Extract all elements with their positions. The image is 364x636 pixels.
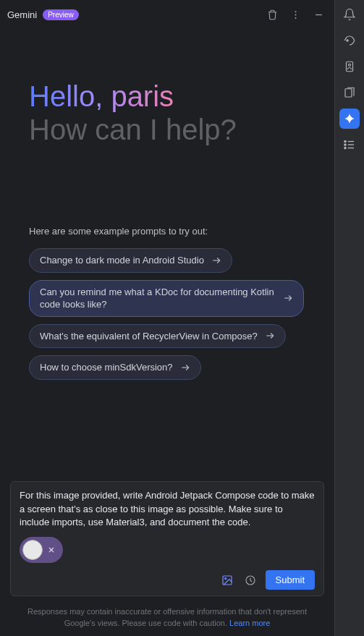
svg-point-19 (344, 144, 346, 145)
arrow-right-icon (265, 331, 275, 341)
svg-rect-16 (345, 89, 352, 97)
prompt-input-area: For this image provided, write Android J… (10, 481, 324, 597)
greeting-hello: Hello, paris (29, 80, 174, 112)
svg-rect-14 (347, 62, 353, 72)
arrow-right-icon (283, 293, 293, 303)
svg-point-13 (347, 40, 348, 41)
learn-more-link[interactable]: Learn more (229, 619, 270, 627)
svg-point-17 (344, 140, 346, 142)
example-chip[interactable]: Can you remind me what a KDoc for docume… (29, 280, 304, 317)
arrow-right-icon (211, 255, 221, 266)
preview-badge: Preview (43, 9, 79, 20)
panel-header: Gemini Preview (0, 0, 334, 29)
svg-point-0 (295, 11, 296, 12)
image-icon[interactable] (219, 572, 235, 588)
prompt-text[interactable]: For this image provided, write Android J… (20, 489, 315, 530)
svg-point-21 (344, 147, 346, 148)
svg-point-11 (224, 577, 226, 579)
example-chip[interactable]: How to choose minSdkVersion? (29, 355, 201, 380)
example-prompts: Here are some example prompts to try out… (29, 226, 305, 380)
more-icon[interactable] (287, 6, 304, 23)
chat-content: Hello, paris How can I help? Here are so… (0, 29, 334, 481)
list-icon[interactable] (339, 135, 360, 155)
image-attachment[interactable] (20, 537, 63, 563)
right-tool-rail (335, 0, 364, 636)
greeting-help: How can I help? (29, 114, 237, 145)
example-chip[interactable]: What's the equivalent of RecyclerView in… (29, 324, 286, 349)
svg-point-2 (295, 17, 296, 18)
notifications-icon[interactable] (339, 4, 360, 25)
panel-title: Gemini (7, 9, 37, 20)
trash-icon[interactable] (263, 6, 281, 23)
disclaimer: Responses may contain inaccurate or offe… (0, 602, 334, 636)
history-icon[interactable] (242, 572, 258, 588)
arrow-right-icon (180, 362, 190, 373)
account-icon[interactable] (339, 56, 360, 77)
svg-point-15 (349, 64, 351, 66)
remove-attachment-icon[interactable] (47, 546, 56, 554)
chip-label: How to choose minSdkVersion? (40, 361, 173, 374)
chip-label: What's the equivalent of RecyclerView in… (40, 330, 258, 343)
svg-point-1 (295, 14, 296, 15)
input-toolbar: Submit (20, 570, 315, 590)
chip-label: Can you remind me what a KDoc for docume… (40, 286, 276, 311)
files-icon[interactable] (339, 82, 360, 103)
gemini-panel: Gemini Preview Hello, paris How can I he… (0, 0, 335, 636)
chip-label: Change to dark mode in Android Studio (40, 254, 204, 267)
attachment-thumbnail (22, 540, 43, 560)
minimize-icon[interactable] (310, 6, 327, 23)
example-chip[interactable]: Change to dark mode in Android Studio (29, 248, 232, 273)
examples-label: Here are some example prompts to try out… (29, 226, 305, 237)
gemini-icon[interactable] (339, 109, 360, 129)
greeting: Hello, paris How can I help? (29, 80, 305, 146)
device-manager-icon[interactable] (339, 30, 360, 51)
submit-button[interactable]: Submit (266, 570, 315, 590)
